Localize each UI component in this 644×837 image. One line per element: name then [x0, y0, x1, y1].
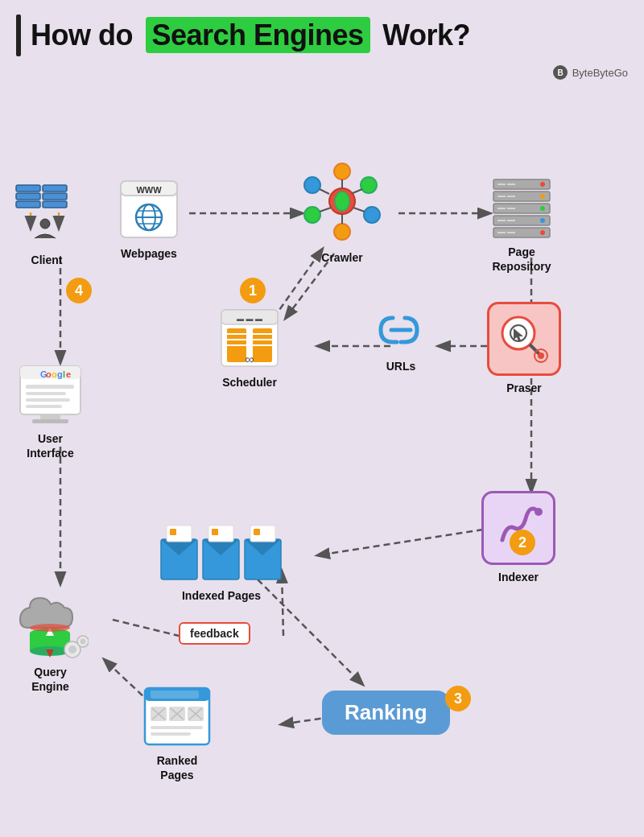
badge-1: 1 — [240, 278, 266, 303]
svg-text:o: o — [52, 369, 57, 379]
svg-text:▬ ▬ ▬: ▬ ▬ ▬ — [237, 315, 262, 323]
svg-point-120 — [30, 624, 70, 632]
user-interface-component: G o o g l e UserInterface — [16, 358, 85, 460]
svg-text:l: l — [63, 369, 65, 379]
svg-rect-100 — [32, 419, 68, 423]
svg-rect-18 — [16, 185, 40, 192]
svg-point-68 — [540, 230, 545, 235]
user-interface-label: UserInterface — [27, 431, 73, 460]
svg-point-66 — [540, 206, 545, 211]
svg-point-26 — [40, 219, 50, 229]
page-repository-label: PageRepository — [492, 245, 551, 274]
svg-rect-22 — [43, 193, 67, 200]
urls-component: URLs — [377, 306, 425, 373]
svg-text:WWW: WWW — [136, 185, 162, 195]
svg-rect-19 — [16, 193, 40, 200]
svg-rect-95 — [26, 385, 74, 389]
client-component: Client — [14, 183, 79, 267]
title-bar: How do Search Engines Work? — [0, 0, 644, 63]
indexed-pages-label: Indexed Pages — [182, 588, 261, 603]
webpages-component: WWW Webpages — [117, 177, 181, 261]
svg-rect-23 — [43, 201, 67, 208]
svg-rect-138 — [151, 732, 191, 736]
svg-text:e: e — [66, 369, 71, 379]
svg-line-16 — [113, 620, 179, 636]
page-repository-icon — [489, 175, 554, 240]
badge-2: 2 — [510, 530, 535, 555]
praser-icon-box — [487, 302, 561, 376]
svg-text:o: o — [46, 369, 52, 379]
urls-icon — [377, 306, 425, 354]
scheduler-component: ▬ ▬ ▬ ∞ Scheduler — [217, 306, 282, 390]
client-icon — [14, 183, 79, 248]
ranking-label: Ranking — [345, 700, 427, 724]
svg-point-101 — [535, 508, 543, 516]
svg-point-42 — [304, 177, 320, 193]
indexed-pages-icon — [157, 519, 286, 583]
svg-point-86 — [538, 353, 544, 359]
svg-point-36 — [335, 192, 349, 211]
brand-name: ByteByteGo — [572, 67, 628, 79]
svg-rect-109 — [212, 529, 218, 535]
svg-line-47 — [320, 208, 331, 212]
praser-component: Praser — [487, 302, 561, 395]
title-prefix: How do — [31, 19, 133, 52]
title-highlight: Search Engines — [146, 17, 370, 53]
title-accent — [16, 14, 21, 56]
diagram: Client WWW Webpages — [0, 89, 644, 829]
svg-rect-21 — [43, 185, 67, 192]
svg-line-48 — [320, 189, 329, 194]
svg-line-10 — [318, 530, 483, 555]
page-repository-component: PageRepository — [489, 175, 554, 274]
svg-line-44 — [353, 189, 362, 193]
svg-point-37 — [334, 163, 350, 179]
feedback-label: feedback — [179, 622, 250, 645]
praser-label: Praser — [506, 381, 542, 395]
svg-point-38 — [361, 177, 377, 193]
svg-rect-137 — [151, 726, 203, 729]
badge-3-label: 3 — [454, 691, 462, 707]
ranking-box: Ranking — [322, 691, 450, 735]
client-label: Client — [31, 253, 63, 267]
svg-text:∞: ∞ — [245, 353, 254, 366]
indexer-label: Indexer — [498, 570, 539, 584]
title-suffix: Work? — [382, 19, 470, 52]
badge-4-label: 4 — [75, 282, 83, 299]
svg-rect-99 — [40, 414, 60, 419]
urls-label: URLs — [386, 359, 416, 373]
svg-point-64 — [540, 182, 545, 187]
svg-point-41 — [304, 207, 320, 223]
user-interface-icon: G o o g l e — [16, 358, 85, 427]
svg-rect-96 — [26, 392, 66, 395]
svg-point-65 — [540, 194, 545, 199]
brand-icon: B — [552, 64, 568, 80]
indexed-pages-component: Indexed Pages — [157, 519, 286, 603]
ranked-pages-component: RankedPages — [141, 684, 213, 782]
badge-4: 4 — [66, 278, 92, 303]
svg-point-40 — [334, 224, 350, 240]
badge-2-label: 2 — [518, 534, 526, 551]
crawler-component: Crawler — [298, 157, 386, 265]
scheduler-icon: ▬ ▬ ▬ ∞ — [217, 306, 282, 370]
svg-rect-127 — [151, 691, 199, 699]
ranked-pages-icon — [141, 684, 213, 748]
svg-point-39 — [364, 207, 380, 223]
svg-rect-105 — [170, 529, 176, 535]
svg-point-122 — [68, 645, 76, 654]
svg-rect-98 — [26, 405, 62, 408]
query-engine-component: QueryEngine — [12, 583, 89, 694]
svg-text:B: B — [557, 68, 563, 77]
ranked-pages-label: RankedPages — [157, 753, 198, 782]
badge-1-label: 1 — [249, 282, 257, 299]
svg-point-67 — [540, 218, 545, 223]
webpages-label: Webpages — [121, 246, 177, 261]
title-text: How do Search Engines Work? — [31, 19, 470, 52]
praser-icon — [496, 311, 552, 367]
query-engine-icon — [12, 583, 89, 660]
svg-rect-20 — [16, 201, 40, 208]
svg-rect-97 — [26, 398, 70, 402]
badge-3: 3 — [445, 686, 471, 711]
crawler-label: Crawler — [321, 250, 362, 265]
crawler-icon — [298, 157, 386, 245]
svg-point-124 — [80, 639, 86, 645]
